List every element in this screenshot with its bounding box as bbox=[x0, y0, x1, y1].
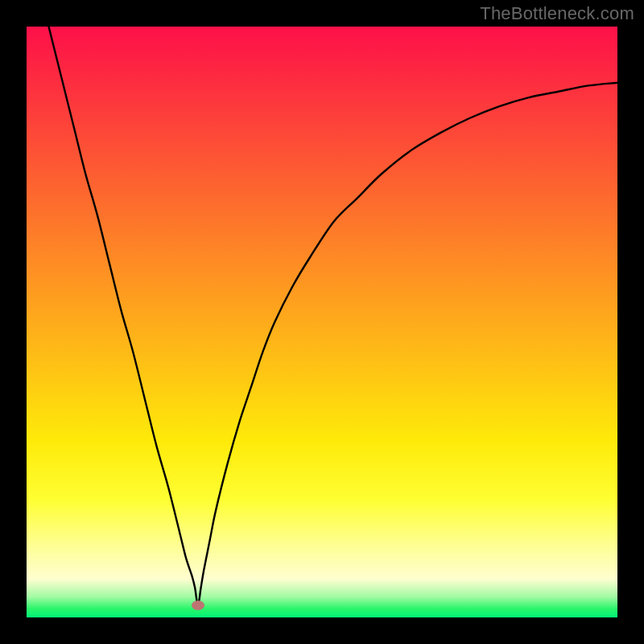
chart-frame: TheBottleneck.com bbox=[0, 0, 644, 644]
plot-area bbox=[27, 27, 617, 617]
minimum-point-marker bbox=[192, 601, 204, 610]
bottleneck-curve bbox=[27, 27, 617, 617]
watermark-text: TheBottleneck.com bbox=[480, 3, 634, 24]
